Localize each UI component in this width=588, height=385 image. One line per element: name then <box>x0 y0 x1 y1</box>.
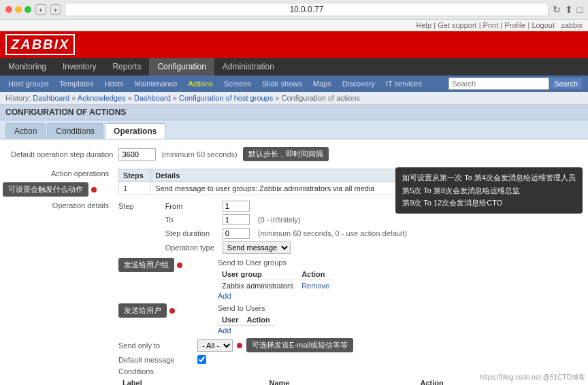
tooltip-popup: 如可设置从第一次 To 第4次会发消息给运维管理人员 第5次 To 第8次会发消… <box>395 167 583 214</box>
row-steps: 1 <box>119 182 151 195</box>
op-to-hint: (0 - infinitely) <box>254 213 412 227</box>
conditions-label: Conditions <box>118 367 154 375</box>
content-area: Default operation step duration (minimum… <box>0 139 588 385</box>
profile-link[interactable]: Profile <box>504 21 525 29</box>
subnav-screens[interactable]: Screens <box>218 77 257 90</box>
username: zabbix <box>561 21 583 29</box>
nav-monitoring[interactable]: Monitoring <box>0 58 54 76</box>
step-duration-label: Default operation step duration <box>11 150 113 158</box>
step-duration-input[interactable] <box>118 148 156 161</box>
user-groups-table: User group Action Zabbix administrators … <box>218 269 333 291</box>
op-from-input[interactable] <box>223 201 250 212</box>
forward-button[interactable]: › <box>50 4 61 15</box>
u-add-link[interactable]: Add <box>218 327 231 335</box>
close-dot[interactable] <box>5 6 12 13</box>
send-only-to-select[interactable]: - All - <box>197 339 233 352</box>
subnav-templates[interactable]: Templates <box>54 77 99 90</box>
row-details: Send message to user groups: Zabbix admi… <box>151 182 402 195</box>
anno-action-dot <box>91 187 97 192</box>
send-to-user-groups-label: Send to User groups <box>218 258 287 267</box>
ug-row-name: Zabbix administrators <box>218 280 297 292</box>
share-button[interactable]: ⬆ <box>565 4 573 15</box>
op-to-row: To (0 - infinitely) <box>118 213 411 227</box>
send-only-to-label: Send only to <box>118 341 193 350</box>
col-steps: Steps <box>119 169 151 182</box>
nav-administration[interactable]: Administration <box>214 58 282 76</box>
get-support-link[interactable]: Get support <box>438 21 476 29</box>
op-step-dur-label: Step duration <box>161 227 218 240</box>
action-operations-content: 可设置会触发什么动作 Steps Details Start in Durati… <box>118 167 583 195</box>
subnav-maintenance[interactable]: Maintenance <box>129 77 183 90</box>
nav-reports[interactable]: Reports <box>104 58 149 76</box>
send-users-section: 发送给用户 Send to Users User Action <box>118 303 583 335</box>
breadcrumb-dashboard2[interactable]: Dashboard <box>134 94 171 102</box>
send-only-to-row: Send only to - All - 可选择发送E-mail或短信等等 <box>118 338 583 352</box>
bookmark-button[interactable]: □ <box>577 4 583 15</box>
op-type-select[interactable]: Send message <box>223 241 291 254</box>
op-to-input[interactable] <box>223 214 250 225</box>
logout-link[interactable]: Logout <box>532 21 555 29</box>
page-title: CONFIGURATION OF ACTIONS <box>0 105 588 120</box>
default-message-checkbox[interactable] <box>197 355 206 364</box>
default-message-row: Default message <box>118 355 583 364</box>
step-duration-row: Default operation step duration (minimum… <box>5 145 583 163</box>
tab-action[interactable]: Action <box>5 123 46 139</box>
subnav-actions[interactable]: Actions <box>183 77 218 90</box>
window-controls <box>5 6 31 13</box>
nav-configuration[interactable]: Configuration <box>149 58 214 76</box>
op-step-dur-input-cell <box>218 227 254 240</box>
tabs-bar: Action Conditions Operations <box>0 120 588 139</box>
users-anno: 发送给用户 <box>118 303 214 318</box>
ug-add-link[interactable]: Add <box>218 292 231 300</box>
main-navigation: Monitoring Inventory Reports Configurati… <box>0 58 588 76</box>
subnav-hosts[interactable]: Hosts <box>99 77 129 90</box>
step-duration-tooltip: 默认步长，即时间间隔 <box>243 147 329 161</box>
subnav-it-services[interactable]: IT services <box>380 77 427 90</box>
browser-bar: ‹ › 10.0.0.77 ↻ ⬆ □ <box>0 0 588 20</box>
maximize-dot[interactable] <box>24 6 31 13</box>
send-only-anno-dot <box>237 343 242 348</box>
breadcrumb-host-groups[interactable]: Configuration of host groups <box>179 94 273 102</box>
u-col-user: User <box>218 314 242 326</box>
ug-col-action: Action <box>297 269 333 280</box>
op-from-row: Step From <box>118 199 411 213</box>
action-operations-label-container: Action operations <box>5 167 114 178</box>
tab-conditions[interactable]: Conditions <box>47 123 103 139</box>
search-input[interactable] <box>448 78 549 90</box>
address-bar[interactable]: 10.0.0.77 <box>65 3 548 16</box>
print-link[interactable]: Print <box>483 21 499 29</box>
reload-button[interactable]: ↻ <box>553 4 561 15</box>
ug-remove-link[interactable]: Remove <box>301 282 329 290</box>
back-button[interactable]: ‹ <box>35 4 46 15</box>
op-step-label: Step <box>118 199 161 213</box>
user-groups-content: Send to User groups User group Action Za… <box>218 258 333 301</box>
op-type-select-cell: Send message <box>218 240 412 255</box>
nav-inventory[interactable]: Inventory <box>54 58 104 76</box>
op-step-dur-input[interactable] <box>223 228 250 239</box>
send-user-groups-section: 发送给用户组 Send to User groups User group Ac… <box>118 258 583 301</box>
subnav-slide-shows[interactable]: Slide shows <box>257 77 308 90</box>
breadcrumb-dashboard[interactable]: Dashboard <box>33 94 69 102</box>
breadcrumb-acknowledges[interactable]: Acknowledges <box>78 94 126 102</box>
anno-send-only-label: 可选择发送E-mail或短信等等 <box>246 338 353 352</box>
anno-action-label: 可设置会触发什么动作 <box>3 182 88 197</box>
op-to-label: To <box>161 213 218 227</box>
ug-col-group: User group <box>218 269 297 280</box>
send-to-users-label: Send to Users <box>218 304 265 312</box>
op-from-value-cell <box>218 199 254 213</box>
subnav-host-groups[interactable]: Host groups <box>3 77 54 90</box>
subnav-maps[interactable]: Maps <box>308 77 337 90</box>
users-table: User Action <box>218 314 274 326</box>
anno-users-dot <box>169 308 175 314</box>
help-link[interactable]: Help <box>416 21 432 29</box>
app-logo: ZABBIX <box>5 34 75 55</box>
tab-operations[interactable]: Operations <box>105 123 165 139</box>
c-col-label: Label <box>118 378 265 385</box>
user-groups-anno: 发送给用户组 <box>118 258 214 272</box>
op-type-label: Operation type <box>161 240 218 255</box>
watermark: https://blog.csdn.net @51CTO博客 <box>480 373 585 382</box>
action-operations-section: Action operations 可设置会触发什么动作 Steps Detai… <box>5 167 583 195</box>
subnav-discovery[interactable]: Discovery <box>337 77 380 90</box>
search-button[interactable]: Search <box>549 78 583 90</box>
minimize-dot[interactable] <box>15 6 22 13</box>
